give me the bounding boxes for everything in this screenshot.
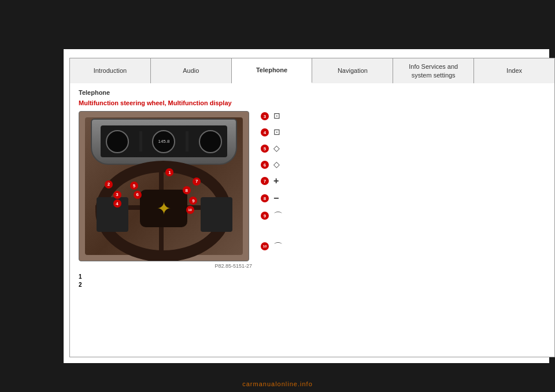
right-section: 3 ⊡ 4 ⊡ 5 ◇ 6 ◇ 7 + (261, 111, 546, 290)
badge-9: 9 (261, 212, 269, 220)
image-section: 145.8 ✦ 1 (79, 111, 252, 290)
list-item: 8 − (261, 193, 546, 204)
tab-info-services[interactable]: Info Services andsystem settings (393, 58, 474, 83)
badge-10: 10 (186, 206, 194, 214)
badge-7: 7 (193, 177, 201, 186)
tab-navigation[interactable]: Navigation (312, 58, 393, 83)
badge-10: 10 (261, 242, 269, 250)
badge-4: 4 (261, 128, 269, 136)
section-title: Multifunction steering wheel, Multifunct… (79, 99, 546, 106)
badge-3: 3 (113, 191, 121, 199)
badge-8: 8 (183, 186, 191, 194)
badge-8: 8 (261, 194, 269, 202)
image-caption: P82.85-5151-27 (79, 263, 252, 269)
list-item: 9 ⌒ (261, 210, 546, 223)
badge-3: 3 (261, 112, 269, 120)
list-item: 1 (79, 273, 252, 280)
badge-6: 6 (261, 161, 269, 169)
page-heading: Telephone (79, 89, 546, 96)
badge-6: 6 (134, 191, 142, 199)
image-items: 1 2 (79, 273, 252, 288)
list-item: 4 ⊡ (261, 127, 546, 136)
list-item: 2 (79, 282, 252, 288)
badge-4: 4 (113, 199, 121, 208)
tab-introduction[interactable]: Introduction (70, 58, 151, 83)
list-item: 5 ◇ (261, 143, 546, 153)
list-item: 10 ⌒ (261, 241, 546, 253)
badge-5: 5 (261, 145, 269, 153)
list-item: 7 + (261, 176, 546, 186)
badge-7: 7 (261, 177, 269, 185)
main-layout: 145.8 ✦ 1 (79, 111, 546, 290)
steering-wheel-image: 145.8 ✦ 1 (79, 111, 249, 261)
tab-telephone[interactable]: Telephone (232, 58, 313, 83)
navigation-tabs: Introduction Audio Telephone Navigation … (69, 58, 555, 83)
badge-2: 2 (105, 180, 113, 188)
content-area: Telephone Multifunction steering wheel, … (69, 83, 555, 357)
list-item: 3 ⊡ (261, 111, 546, 120)
tab-audio[interactable]: Audio (151, 58, 232, 83)
list-item: 6 ◇ (261, 160, 546, 169)
tab-index[interactable]: Index (474, 58, 554, 83)
watermark: carmanualonline.info (0, 380, 555, 387)
